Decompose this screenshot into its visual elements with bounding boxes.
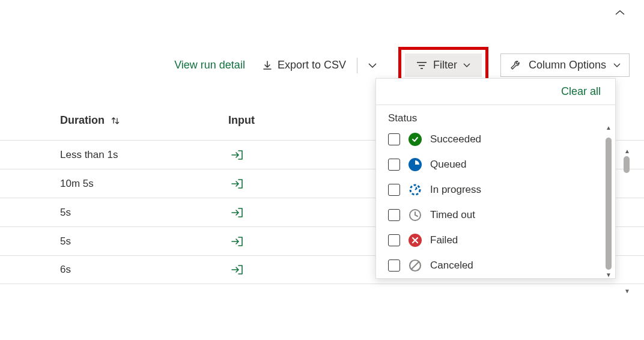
export-group: Export to CSV [257,55,381,75]
filter-label: Filter [433,59,457,71]
status-option-failed[interactable]: Failed [388,234,603,247]
wrench-icon [509,59,521,71]
status-option-succeeded[interactable]: Succeeded [388,133,603,146]
scrollbar-thumb[interactable] [624,156,630,173]
view-run-detail-link[interactable]: View run detail [168,55,251,75]
collapse-toggle[interactable] [610,6,630,19]
scroll-up-icon: ▲ [624,148,630,154]
column-options-label: Column Options [529,59,606,71]
export-dropdown-button[interactable] [363,59,381,72]
enter-icon [231,178,244,189]
duration-header-label: Duration [60,114,105,127]
input-link[interactable] [228,176,246,192]
timedout-icon [409,208,422,222]
chevron-up-icon [615,10,625,16]
input-link[interactable] [228,262,246,278]
panel-body: Status Succeeded Queued [376,105,615,278]
inprogress-icon [409,183,422,196]
checkbox[interactable] [388,133,400,145]
scrollbar-thumb[interactable] [606,138,612,270]
input-header-label: Input [228,114,255,127]
input-link[interactable] [228,147,246,163]
input-link[interactable] [228,205,246,220]
status-option-queued[interactable]: Queued [388,158,603,171]
chevron-down-icon [463,63,470,68]
panel-header: Clear all [376,79,615,105]
scroll-down-icon: ▼ [606,272,612,278]
scroll-down-icon: ▼ [624,288,630,294]
filter-panel: Clear all Status Succeeded Queued [375,78,616,279]
succeeded-icon [409,133,422,146]
status-label: In progress [430,184,481,196]
checkbox[interactable] [388,234,400,246]
panel-scrollbar[interactable]: ▲ ▼ [606,129,612,273]
status-label: Succeeded [430,133,481,145]
status-option-timedout[interactable]: Timed out [388,208,603,222]
divider [357,58,357,73]
duration-cell: 6s [0,264,180,276]
clear-all-button[interactable]: Clear all [557,85,604,99]
filter-icon [416,61,427,70]
input-link[interactable] [228,234,246,249]
export-csv-label: Export to CSV [278,59,346,71]
duration-cell: 5s [0,207,180,219]
duration-cell: Less than 1s [0,149,180,161]
enter-icon [231,236,244,247]
export-csv-button[interactable]: Export to CSV [257,55,351,75]
enter-icon [231,207,244,218]
outer-scrollbar[interactable]: ▲ ▼ [624,149,631,293]
status-list: Succeeded Queued In progress [388,133,603,272]
scroll-up-icon: ▲ [606,124,612,131]
checkbox[interactable] [388,159,400,171]
status-section-label: Status [388,112,603,124]
duration-cell: 10m 5s [0,178,180,190]
checkbox[interactable] [388,260,400,272]
chevron-down-icon [613,63,621,68]
status-label: Timed out [430,209,475,221]
status-label: Queued [430,159,467,171]
svg-line-6 [412,262,419,269]
status-label: Failed [430,234,458,246]
status-option-inprogress[interactable]: In progress [388,183,603,196]
sort-icon [111,116,120,126]
checkbox[interactable] [388,184,400,196]
column-options-button[interactable]: Column Options [500,53,630,77]
queued-icon [409,158,422,171]
checkbox[interactable] [388,209,400,221]
column-header-duration[interactable]: Duration [0,114,180,127]
download-icon [262,60,273,71]
failed-icon [409,234,422,247]
chevron-down-icon [368,62,377,68]
duration-cell: 5s [0,235,180,247]
status-option-canceled[interactable]: Canceled [388,259,603,272]
enter-icon [231,264,244,275]
canceled-icon [409,259,422,272]
enter-icon [231,150,244,160]
filter-button[interactable]: Filter [405,53,482,77]
status-label: Canceled [430,260,473,272]
column-header-input[interactable]: Input [180,114,372,127]
